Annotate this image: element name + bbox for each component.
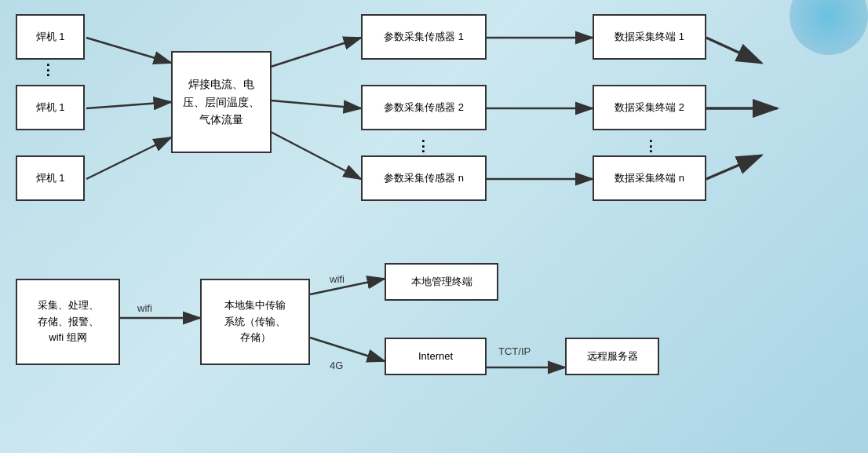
4g-label: 4G <box>330 360 343 371</box>
collection-box: 采集、处理、存储、报警、wifi 组网 <box>16 279 120 365</box>
diagram-container: 焊机 1 焊机 1 焊机 1 ⋮ 焊接电流、电压、层间温度、气体流量 参数采集传… <box>0 0 868 453</box>
remote-server-box: 远程服务器 <box>565 338 659 375</box>
dots-sensors: ⋮ <box>416 137 430 155</box>
svg-line-12 <box>706 155 761 179</box>
terminal-n: 数据采集终端 n <box>593 155 706 201</box>
internet-box: Internet <box>385 338 487 375</box>
svg-line-16 <box>310 338 385 361</box>
central-params-box: 焊接电流、电压、层间温度、气体流量 <box>171 51 272 153</box>
dots-machines: ⋮ <box>41 61 55 79</box>
terminal-1: 数据采集终端 1 <box>593 14 706 60</box>
svg-line-10 <box>706 38 761 63</box>
sensor-1: 参数采集传感器 1 <box>361 14 487 60</box>
sensor-n: 参数采集传感器 n <box>361 155 487 201</box>
local-transmission-box: 本地集中传输系统（传输、存储） <box>200 279 310 365</box>
decorative-circle <box>790 0 868 55</box>
sensor-2: 参数采集传感器 2 <box>361 85 487 130</box>
terminal-2: 数据采集终端 2 <box>593 85 706 130</box>
svg-line-6 <box>271 132 361 179</box>
welding-machine-3: 焊机 1 <box>16 155 85 201</box>
local-terminal-box: 本地管理终端 <box>385 263 498 301</box>
svg-line-4 <box>271 38 361 67</box>
dots-terminals: ⋮ <box>644 137 658 155</box>
welding-machine-2: 焊机 1 <box>16 85 85 130</box>
svg-line-5 <box>271 100 361 108</box>
svg-line-3 <box>86 137 171 179</box>
tct-ip-label: TCT/IP <box>498 345 531 357</box>
wifi-label-top: wifi <box>330 273 345 285</box>
svg-line-2 <box>86 102 171 108</box>
svg-line-1 <box>86 38 171 63</box>
wifi-label-left: wifi <box>137 302 152 314</box>
svg-line-15 <box>310 279 385 294</box>
welding-machine-1: 焊机 1 <box>16 14 85 60</box>
